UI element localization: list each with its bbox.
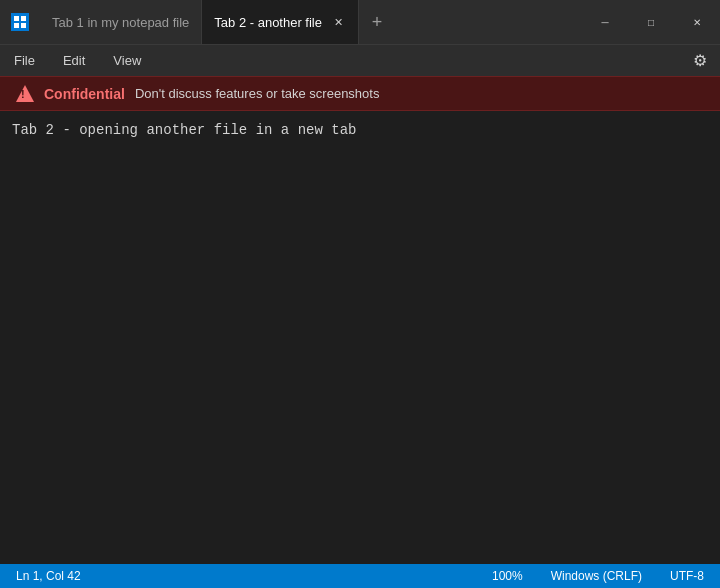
banner-message: Don't discuss features or take screensho… — [135, 86, 380, 101]
warning-icon — [16, 85, 34, 102]
tab-1[interactable]: Tab 1 in my notepad file — [40, 0, 202, 44]
menu-file[interactable]: File — [0, 45, 49, 76]
status-left: Ln 1, Col 42 — [12, 569, 488, 583]
banner-label: Confidential — [44, 86, 125, 102]
menu-edit[interactable]: Edit — [49, 45, 99, 76]
tab-2-close-button[interactable]: ✕ — [330, 14, 346, 30]
statusbar: Ln 1, Col 42 100% Windows (CRLF) UTF-8 — [0, 564, 720, 588]
app-icon-container — [0, 0, 40, 44]
zoom-level[interactable]: 100% — [488, 569, 527, 583]
tab-1-label: Tab 1 in my notepad file — [52, 15, 189, 30]
minimize-button[interactable]: ─ — [582, 0, 628, 44]
confidential-banner: Confidential Don't discuss features or t… — [0, 76, 720, 111]
gear-icon: ⚙ — [693, 51, 707, 70]
line-ending[interactable]: Windows (CRLF) — [547, 569, 646, 583]
svg-rect-3 — [21, 23, 26, 28]
svg-rect-1 — [21, 16, 26, 21]
tab-list: Tab 1 in my notepad file Tab 2 - another… — [40, 0, 582, 44]
editor-area[interactable]: Tab 2 - opening another file in a new ta… — [0, 111, 720, 564]
maximize-button[interactable]: □ — [628, 0, 674, 44]
close-button[interactable]: ✕ — [674, 0, 720, 44]
tab-2[interactable]: Tab 2 - another file ✕ — [202, 0, 359, 44]
menu-view[interactable]: View — [99, 45, 155, 76]
svg-rect-0 — [14, 16, 19, 21]
app-icon — [11, 13, 29, 31]
editor-content: Tab 2 - opening another file in a new ta… — [12, 122, 356, 138]
settings-button[interactable]: ⚙ — [680, 45, 720, 76]
cursor-position[interactable]: Ln 1, Col 42 — [12, 569, 85, 583]
svg-rect-2 — [14, 23, 19, 28]
tab-2-label: Tab 2 - another file — [214, 15, 322, 30]
status-right: 100% Windows (CRLF) UTF-8 — [488, 569, 708, 583]
encoding[interactable]: UTF-8 — [666, 569, 708, 583]
window-controls: ─ □ ✕ — [582, 0, 720, 44]
titlebar: Tab 1 in my notepad file Tab 2 - another… — [0, 0, 720, 44]
add-tab-button[interactable]: + — [359, 0, 395, 44]
menubar: File Edit View ⚙ — [0, 44, 720, 76]
